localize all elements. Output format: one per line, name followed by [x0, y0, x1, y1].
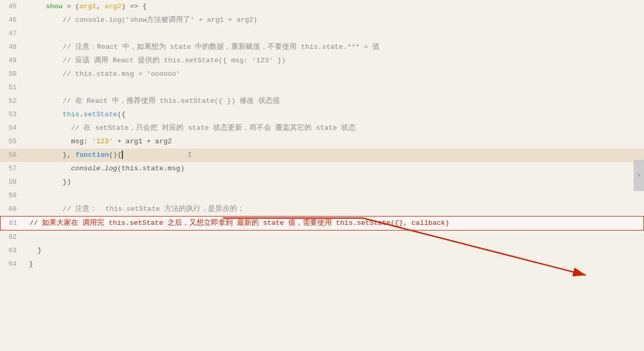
code-lines: 45 show = (arg1, arg2) => { 46 // consol… — [0, 0, 644, 271]
line-number-58: 58 — [0, 176, 25, 189]
code-line-47: 47 — [0, 27, 644, 40]
code-line-54: 54 // 在 setState，只会把 对应的 state 状态更新，而不会 … — [0, 122, 644, 135]
code-line-61: 61 // 如果大家在 调用完 this.setState 之后，又想立即拿到 … — [0, 216, 644, 231]
line-content-49: // 应该 调用 React 提供的 this.setState({ msg: … — [25, 54, 644, 68]
line-number-57: 57 — [0, 162, 25, 176]
line-content-46: // console.log('show方法被调用了' + arg1 + arg… — [25, 14, 644, 27]
code-line-52: 52 // 在 React 中，推荐使用 this.setState({ }) … — [0, 95, 644, 108]
line-number-48: 48 — [0, 40, 25, 54]
chevron-right-icon: › — [637, 172, 640, 179]
sidebar-toggle-button[interactable]: › — [634, 160, 644, 191]
line-content-53: this.setState({ — [25, 108, 644, 122]
line-number-50: 50 — [0, 68, 25, 81]
line-number-53: 53 — [0, 108, 25, 122]
line-content-64: } — [25, 258, 644, 271]
line-content-57: console.log(this.state.msg) — [25, 162, 644, 176]
line-content-50: // this.state.msg = 'oooooo' — [25, 68, 644, 81]
code-line-56: 56 }, function(){ I — [0, 148, 644, 162]
code-line-59: 59 — [0, 189, 644, 203]
line-content-60: // 注意： this.setState 方法的执行，是异步的； — [25, 203, 644, 216]
line-number-61: 61 — [1, 217, 25, 230]
line-number-46: 46 — [0, 14, 25, 27]
line-number-54: 54 — [0, 122, 25, 135]
code-line-63: 63 } — [0, 244, 644, 258]
code-line-48: 48 // 注意：React 中，如果想为 state 中的数据，重新赋值，不要… — [0, 40, 644, 54]
line-content-56: }, function(){ I — [25, 148, 644, 162]
line-number-63: 63 — [0, 244, 25, 258]
code-line-64: 64 } — [0, 258, 644, 271]
line-number-60: 60 — [0, 203, 25, 216]
code-line-60: 60 // 注意： this.setState 方法的执行，是异步的； — [0, 203, 644, 216]
line-content-62 — [25, 231, 644, 244]
line-number-62: 62 — [0, 231, 25, 244]
code-editor: 45 show = (arg1, arg2) => { 46 // consol… — [0, 0, 644, 351]
code-line-57: 57 console.log(this.state.msg) — [0, 162, 644, 176]
line-number-45: 45 — [0, 0, 25, 14]
code-line-58: 58 }) — [0, 176, 644, 189]
code-line-62: 62 — [0, 231, 644, 244]
code-line-46: 46 // console.log('show方法被调用了' + arg1 + … — [0, 14, 644, 27]
line-number-59: 59 — [0, 189, 25, 203]
line-content-51 — [25, 81, 644, 95]
line-content-54: // 在 setState，只会把 对应的 state 状态更新，而不会 覆盖其… — [25, 122, 644, 135]
line-content-55: msg: '123' + arg1 + arg2 — [25, 135, 644, 148]
line-content-48: // 注意：React 中，如果想为 state 中的数据，重新赋值，不要使用 … — [25, 40, 644, 54]
line-number-56: 56 — [0, 148, 25, 162]
line-number-49: 49 — [0, 54, 25, 68]
code-line-49: 49 // 应该 调用 React 提供的 this.setState({ ms… — [0, 54, 644, 68]
line-number-51: 51 — [0, 81, 25, 95]
code-line-55: 55 msg: '123' + arg1 + arg2 — [0, 135, 644, 148]
line-content-59 — [25, 189, 644, 203]
line-content-52: // 在 React 中，推荐使用 this.setState({ }) 修改 … — [25, 95, 644, 108]
code-line-45: 45 show = (arg1, arg2) => { — [0, 0, 644, 14]
line-content-61: // 如果大家在 调用完 this.setState 之后，又想立即拿到 最新的… — [25, 217, 643, 230]
line-content-47 — [25, 27, 644, 40]
line-content-63: } — [25, 244, 644, 258]
code-line-51: 51 — [0, 81, 644, 95]
line-number-47: 47 — [0, 27, 25, 40]
line-content-45: show = (arg1, arg2) => { — [25, 0, 644, 14]
code-line-50: 50 // this.state.msg = 'oooooo' — [0, 68, 644, 81]
line-content-58: }) — [25, 176, 644, 189]
line-number-64: 64 — [0, 258, 25, 271]
code-line-53: 53 this.setState({ — [0, 108, 644, 122]
line-number-55: 55 — [0, 135, 25, 148]
line-number-52: 52 — [0, 95, 25, 108]
